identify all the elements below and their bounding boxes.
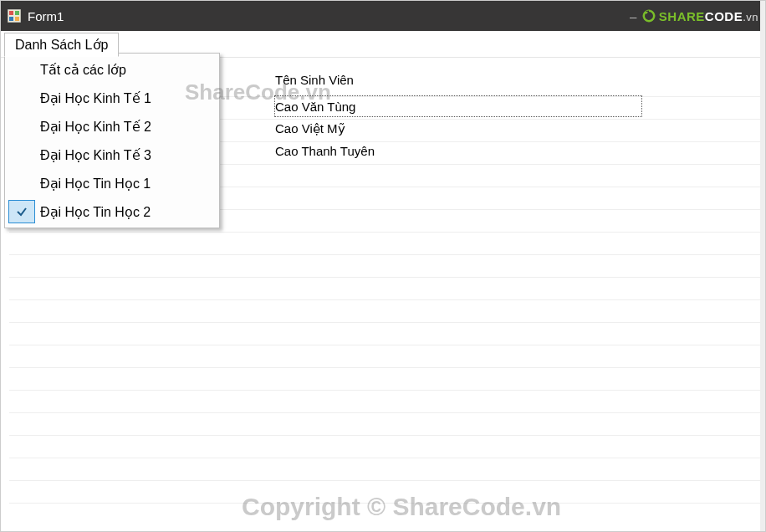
brand-logo: – SHARECODE.vn — [630, 8, 758, 23]
dropdown-item-th1[interactable]: Đại Học Tin Học 1 — [7, 169, 217, 197]
dropdown-item-label: Đại Học Kinh Tế 1 — [40, 90, 217, 106]
list-item[interactable]: Cao Thanh Tuyên — [275, 140, 648, 162]
dropdown-item-label: Tất cả các lớp — [40, 62, 217, 78]
list-rows: Cao Văn Tùng Cao Việt Mỹ Cao Thanh Tuyên — [275, 95, 648, 162]
check-gutter — [8, 86, 35, 110]
svg-rect-4 — [15, 17, 19, 21]
svg-rect-3 — [9, 17, 13, 21]
dropdown-item-label: Đại Học Kinh Tế 3 — [40, 147, 217, 163]
title-bar: Form1 – SHARECODE.vn — [1, 1, 765, 31]
list-item[interactable]: Cao Văn Tùng — [274, 95, 642, 117]
list-item[interactable]: Cao Việt Mỹ — [275, 117, 648, 140]
check-gutter — [8, 171, 35, 195]
recycle-icon — [641, 8, 656, 23]
student-name: Cao Văn Tùng — [275, 100, 355, 114]
menu-strip: Danh Sách Lớp — [1, 31, 765, 58]
dropdown-item-th2[interactable]: Đại Học Tin Học 2 — [7, 197, 217, 226]
check-gutter — [8, 58, 35, 81]
app-icon — [8, 9, 21, 23]
svg-rect-1 — [9, 11, 13, 15]
column-header-name[interactable]: Tên Sinh Viên — [275, 73, 354, 87]
check-icon — [16, 206, 28, 217]
class-dropdown[interactable]: Tất cả các lớp Đại Học Kinh Tế 1 Đại Học… — [4, 53, 220, 228]
check-gutter — [8, 200, 35, 223]
menu-class-list[interactable]: Danh Sách Lớp — [4, 33, 119, 57]
dropdown-item-label: Đại Học Kinh Tế 2 — [40, 119, 217, 135]
dropdown-item-label: Đại Học Tin Học 1 — [40, 176, 217, 192]
dropdown-item-all[interactable]: Tất cả các lớp — [7, 55, 217, 84]
check-gutter — [8, 115, 35, 138]
window-title: Form1 — [28, 9, 630, 23]
dropdown-item-kt2[interactable]: Đại Học Kinh Tế 2 — [7, 112, 217, 141]
dropdown-item-kt1[interactable]: Đại Học Kinh Tế 1 — [7, 84, 217, 112]
check-gutter — [8, 143, 35, 166]
svg-rect-2 — [15, 11, 19, 15]
student-name: Cao Thanh Tuyên — [275, 144, 375, 158]
student-name: Cao Việt Mỹ — [275, 121, 345, 136]
menu-class-list-label: Danh Sách Lớp — [15, 37, 108, 53]
vertical-scrollbar[interactable] — [760, 1, 765, 531]
dropdown-item-kt3[interactable]: Đại Học Kinh Tế 3 — [7, 141, 217, 169]
dropdown-item-label: Đại Học Tin Học 2 — [40, 204, 217, 220]
